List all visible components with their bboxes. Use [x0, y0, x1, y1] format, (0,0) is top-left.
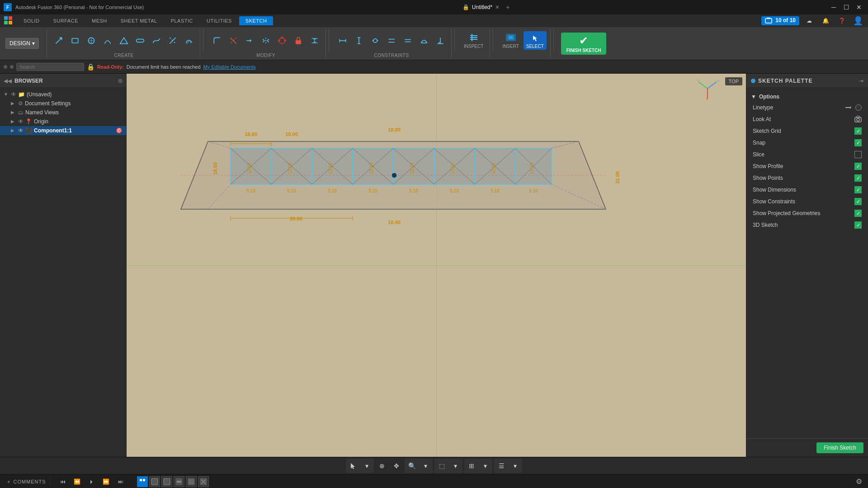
circle-tool[interactable]	[84, 33, 99, 48]
extend-tool[interactable]	[242, 33, 257, 48]
show-profile-checkbox[interactable]: ✓	[854, 163, 862, 170]
zoom-tool[interactable]: 🔍	[406, 460, 418, 472]
palette-row-3d-sketch[interactable]: 3D Sketch ✓	[746, 219, 868, 231]
editable-docs-link[interactable]: My Editable Documents	[203, 64, 256, 70]
rectangle-tool[interactable]	[68, 33, 82, 48]
arc-tool[interactable]	[100, 33, 115, 48]
palette-row-show-profile[interactable]: Show Profile ✓	[746, 160, 868, 172]
palette-row-slice[interactable]: Slice	[746, 149, 868, 160]
offset-tool[interactable]	[182, 33, 196, 48]
coincident-constraint[interactable]	[368, 33, 382, 48]
palette-row-show-dimensions[interactable]: Show Dimensions ✓	[746, 184, 868, 196]
frame-btn-6[interactable]	[198, 476, 209, 487]
browser-toggle[interactable]: ◀◀	[4, 78, 12, 84]
frame-btn-4[interactable]	[174, 476, 184, 487]
options-section-header[interactable]: ▼ Options	[746, 92, 868, 102]
close-doc-icon[interactable]: ✕	[495, 4, 500, 10]
slot-tool[interactable]	[133, 33, 147, 48]
play-button[interactable]: ⏵	[86, 476, 97, 487]
frame-btn-2[interactable]	[149, 476, 160, 487]
view-tool[interactable]: ☰	[495, 460, 508, 472]
view-dropdown[interactable]: ▾	[509, 460, 521, 472]
lock-tool[interactable]	[291, 33, 306, 48]
slice-checkbox[interactable]	[854, 151, 862, 158]
cloud-icon[interactable]: ☁	[803, 14, 816, 27]
step-forward-button[interactable]: ⏩	[101, 476, 112, 487]
tab-sheet-metal[interactable]: SHEET METAL	[114, 16, 164, 25]
sketch-grid-checkbox[interactable]: ✓	[854, 127, 862, 135]
palette-row-show-points[interactable]: Show Points ✓	[746, 172, 868, 184]
finish-sketch-palette-button[interactable]: Finish Sketch	[816, 442, 863, 453]
frame-btn-3[interactable]	[161, 476, 172, 487]
tab-utilities[interactable]: UTILITIES	[200, 16, 238, 25]
tree-item-origin[interactable]: ▶ 👁 📍 Origin	[0, 117, 126, 126]
horizontal-constraint[interactable]	[335, 33, 350, 48]
palette-row-snap[interactable]: Snap ✓	[746, 137, 868, 149]
fillet-tool[interactable]	[210, 33, 224, 48]
vertical-constraint[interactable]	[352, 33, 366, 48]
maximize-button[interactable]: ☐	[841, 2, 852, 13]
cursor-dropdown[interactable]: ▾	[360, 460, 373, 472]
snap-checkbox[interactable]: ✓	[854, 139, 862, 146]
browser-dot[interactable]	[118, 79, 123, 83]
parallel-constraint[interactable]	[384, 33, 399, 48]
trim-modify-tool[interactable]	[226, 33, 241, 48]
tab-mesh[interactable]: MESH	[85, 16, 113, 25]
viewport[interactable]: 18.00 10.00 10.00 18.00 31.00 20.00 10.4…	[127, 74, 746, 457]
dimension-tool[interactable]	[307, 33, 322, 48]
palette-row-linetype[interactable]: Linetype	[746, 102, 868, 113]
3d-sketch-checkbox[interactable]: ✓	[854, 221, 862, 229]
insert-btn[interactable]: INSERT	[500, 31, 522, 50]
palette-row-look-at[interactable]: Look At	[746, 113, 868, 125]
display-dropdown[interactable]: ▾	[449, 460, 462, 472]
palette-row-show-projected[interactable]: Show Projected Geometries ✓	[746, 207, 868, 219]
show-projected-checkbox[interactable]: ✓	[854, 210, 862, 217]
browser-search-input[interactable]	[16, 63, 84, 71]
tree-item-component1[interactable]: ▶ 👁 ⬛ Component1:1 🎯	[0, 126, 126, 135]
show-points-checkbox[interactable]: ✓	[854, 174, 862, 182]
palette-row-sketch-grid[interactable]: Sketch Grid ✓	[746, 125, 868, 137]
help-icon[interactable]: ❓	[835, 14, 848, 27]
eye-icon[interactable]: 👁	[18, 118, 24, 125]
new-tab-icon[interactable]: +	[506, 4, 509, 11]
pin-icon[interactable]: ⇥	[859, 78, 863, 84]
cursor-tool[interactable]	[347, 460, 359, 472]
snap-tool[interactable]: ⊕	[376, 460, 388, 472]
palette-row-show-constraints[interactable]: Show Constraints ✓	[746, 196, 868, 207]
trim-tool[interactable]	[165, 33, 180, 48]
pan-tool[interactable]: ✥	[390, 460, 403, 472]
mirror-tool[interactable]	[259, 33, 273, 48]
line-tool[interactable]	[52, 33, 66, 48]
show-dimensions-checkbox[interactable]: ✓	[854, 186, 862, 193]
design-dropdown[interactable]: DESIGN ▾	[5, 38, 39, 49]
eye-icon[interactable]: 👁	[11, 91, 16, 98]
step-back-button[interactable]: ⏪	[72, 476, 83, 487]
zoom-dropdown[interactable]: ▾	[419, 460, 432, 472]
tab-plastic[interactable]: PLASTIC	[165, 16, 199, 25]
triangle-tool[interactable]	[117, 33, 131, 48]
comments-button[interactable]: + COMMENTS	[4, 477, 50, 486]
close-button[interactable]: ✕	[854, 2, 864, 13]
show-constraints-checkbox[interactable]: ✓	[854, 198, 862, 205]
perpendicular-constraint[interactable]	[433, 33, 448, 48]
frame-btn-1[interactable]	[137, 476, 148, 487]
grid-dropdown[interactable]: ▾	[479, 460, 491, 472]
tree-item-unsaved[interactable]: ▼ 👁 📁 (Unsaved)	[0, 90, 126, 99]
tab-solid[interactable]: SOLID	[17, 16, 46, 25]
select-btn[interactable]: SELECT	[524, 31, 547, 50]
tab-sketch[interactable]: SKETCH	[239, 16, 274, 25]
skip-to-start-button[interactable]: ⏮	[57, 476, 68, 487]
settings-gear-button[interactable]: ⚙	[854, 476, 864, 487]
display-mode-tool[interactable]: ⬚	[435, 460, 448, 472]
finish-sketch-button[interactable]: ✔ FINISH SKETCH	[561, 33, 607, 55]
user-icon[interactable]: 👤	[852, 14, 864, 27]
tree-item-doc-settings[interactable]: ▶ ⚙ Document Settings	[0, 99, 126, 108]
minimize-button[interactable]: ─	[828, 2, 839, 13]
skip-to-end-button[interactable]: ⏭	[115, 476, 126, 487]
tab-surface[interactable]: SURFACE	[47, 16, 85, 25]
circular-pattern-tool[interactable]	[275, 33, 289, 48]
grid-tool[interactable]: ⊞	[465, 460, 478, 472]
tangent-constraint[interactable]	[417, 33, 431, 48]
equal-constraint[interactable]	[401, 33, 415, 48]
frame-btn-5[interactable]	[186, 476, 197, 487]
